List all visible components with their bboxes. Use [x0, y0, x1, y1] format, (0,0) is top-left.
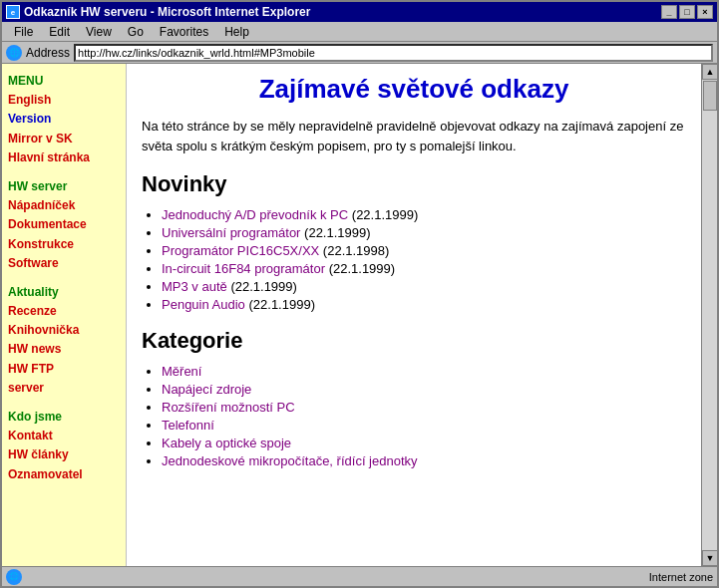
scrollbar: ▲ ▼	[701, 64, 717, 566]
kategorie-link-1[interactable]: Napájecí zdroje	[162, 382, 251, 397]
novinky-link-2[interactable]: Programátor PIC16C5X/XX	[162, 243, 319, 258]
minimize-button[interactable]: _	[661, 5, 677, 19]
sidebar-item-english[interactable]: English	[8, 91, 120, 110]
sidebar-item-kdo-jsme[interactable]: Kdo jsme	[8, 408, 120, 427]
title-bar: e Odkazník HW serveru - Microsoft Intern…	[2, 2, 717, 22]
novinky-date-5: (22.1.1999)	[248, 297, 315, 312]
kategorie-link-4[interactable]: Kabely a optické spoje	[162, 436, 291, 450]
list-item: Jednodeskové mikropočítače, řídící jedno…	[162, 453, 686, 468]
menu-favorites[interactable]: Favorites	[152, 23, 216, 41]
menu-edit[interactable]: Edit	[41, 23, 78, 41]
sidebar-section-0: MENU English Version Mirror v SK Hlavní …	[8, 72, 120, 167]
maximize-button[interactable]: □	[679, 5, 695, 19]
page-content: Zajímavé světové odkazy Na této stránce …	[127, 64, 701, 566]
sidebar-item-dokumentace[interactable]: Dokumentace	[8, 215, 120, 234]
menu-go[interactable]: Go	[120, 23, 152, 41]
address-label: Address	[26, 46, 70, 60]
novinky-date-3: (22.1.1999)	[329, 261, 396, 276]
sidebar-item-oznamovatel[interactable]: Oznamovatel	[8, 465, 120, 484]
sidebar-section-1: HW server Nápadníček Dokumentace Konstru…	[8, 177, 120, 273]
list-item: Napájecí zdroje	[162, 382, 686, 397]
list-item: Penguin Audio (22.1.1999)	[162, 297, 686, 312]
page-title: Zajímavé světové odkazy	[142, 74, 686, 105]
novinky-date-4: (22.1.1999)	[230, 279, 297, 294]
scroll-thumb[interactable]	[703, 81, 717, 111]
sidebar-item-konstrukce[interactable]: Konstrukce	[8, 235, 120, 254]
status-globe-icon: 🌐	[6, 569, 22, 585]
sidebar-section-3: Kdo jsme Kontakt HW články Oznamovatel	[8, 408, 120, 484]
sidebar-item-recenze[interactable]: Recenze	[8, 302, 120, 321]
scroll-track[interactable]	[702, 80, 717, 550]
list-item: MP3 v autě (22.1.1999)	[162, 279, 686, 294]
menu-bar: File Edit View Go Favorites Help	[2, 22, 717, 42]
novinky-date-1: (22.1.1999)	[304, 225, 371, 240]
sidebar-item-software[interactable]: Software	[8, 254, 120, 273]
scroll-up-button[interactable]: ▲	[702, 64, 717, 80]
browser-window: e Odkazník HW serveru - Microsoft Intern…	[0, 0, 719, 588]
kategorie-link-5[interactable]: Jednodeskové mikropočítače, řídící jedno…	[162, 453, 418, 468]
sidebar-item-knihovnicka[interactable]: Knihovnička	[8, 321, 120, 340]
close-button[interactable]: ×	[697, 5, 713, 19]
novinky-date-2: (22.1.1998)	[323, 243, 390, 258]
sidebar-item-hw-ftp[interactable]: HW FTPserver	[8, 360, 120, 398]
novinky-link-3[interactable]: In-circuit 16F84 programátor	[162, 261, 325, 276]
menu-view[interactable]: View	[78, 23, 120, 41]
list-item: Kabely a optické spoje	[162, 436, 686, 450]
list-item: Měření	[162, 364, 686, 379]
sidebar-item-hlavni[interactable]: Hlavní stránka	[8, 148, 120, 167]
ie-icon: e	[6, 5, 20, 19]
kategorie-link-0[interactable]: Měření	[162, 364, 201, 379]
sidebar-item-hw-news[interactable]: HW news	[8, 340, 120, 359]
sidebar: MENU English Version Mirror v SK Hlavní …	[2, 64, 127, 566]
title-bar-buttons: _ □ ×	[661, 5, 713, 19]
sidebar-item-hw-server[interactable]: HW server	[8, 177, 120, 196]
sidebar-item-kontakt[interactable]: Kontakt	[8, 427, 120, 445]
list-item: Jednoduchý A/D převodník k PC (22.1.1999…	[162, 207, 686, 222]
intro-text: Na této stránce by se měly nepravidelně …	[142, 117, 686, 155]
sidebar-item-menu[interactable]: MENU	[8, 72, 120, 91]
sidebar-item-version[interactable]: Version	[8, 110, 120, 129]
status-zone: Internet zone	[649, 571, 713, 583]
novinky-list: Jednoduchý A/D převodník k PC (22.1.1999…	[162, 207, 686, 312]
address-input[interactable]: http://hw.cz/links/odkaznik_wrld.html#MP…	[74, 44, 713, 62]
sidebar-item-mirror[interactable]: Mirror v SK	[8, 130, 120, 148]
main-area: MENU English Version Mirror v SK Hlavní …	[2, 64, 717, 566]
list-item: Telefonní	[162, 418, 686, 433]
address-bar: 🌐 Address http://hw.cz/links/odkaznik_wr…	[2, 42, 717, 64]
sidebar-item-aktuality[interactable]: Aktuality	[8, 283, 120, 302]
kategorie-link-2[interactable]: Rozšíření možností PC	[162, 400, 295, 415]
novinky-link-1[interactable]: Universální programátor	[162, 225, 300, 240]
address-globe-icon: 🌐	[6, 45, 22, 61]
sidebar-section-2: Aktuality Recenze Knihovnička HW news HW…	[8, 283, 120, 398]
menu-help[interactable]: Help	[216, 23, 257, 41]
scroll-down-button[interactable]: ▼	[702, 550, 717, 566]
title-bar-left: e Odkazník HW serveru - Microsoft Intern…	[6, 5, 310, 19]
section-title-kategorie: Kategorie	[142, 328, 686, 354]
zone-label: Internet zone	[649, 571, 713, 583]
list-item: Programátor PIC16C5X/XX (22.1.1998)	[162, 243, 686, 258]
novinky-date-0: (22.1.1999)	[352, 207, 419, 222]
list-item: Rozšíření možností PC	[162, 400, 686, 415]
kategorie-list: Měření Napájecí zdroje Rozšíření možnost…	[162, 364, 686, 468]
novinky-link-0[interactable]: Jednoduchý A/D převodník k PC	[162, 207, 348, 222]
sidebar-item-nadpadnicek[interactable]: Nápadníček	[8, 196, 120, 215]
sidebar-item-hw-clanky[interactable]: HW články	[8, 445, 120, 464]
status-bar: 🌐 Internet zone	[2, 566, 717, 586]
kategorie-link-3[interactable]: Telefonní	[162, 418, 214, 433]
novinky-link-4[interactable]: MP3 v autě	[162, 279, 227, 294]
novinky-link-5[interactable]: Penguin Audio	[162, 297, 245, 312]
list-item: In-circuit 16F84 programátor (22.1.1999)	[162, 261, 686, 276]
window-title: Odkazník HW serveru - Microsoft Internet…	[24, 5, 310, 19]
menu-file[interactable]: File	[6, 23, 41, 41]
list-item: Universální programátor (22.1.1999)	[162, 225, 686, 240]
section-title-novinky: Novinky	[142, 171, 686, 197]
